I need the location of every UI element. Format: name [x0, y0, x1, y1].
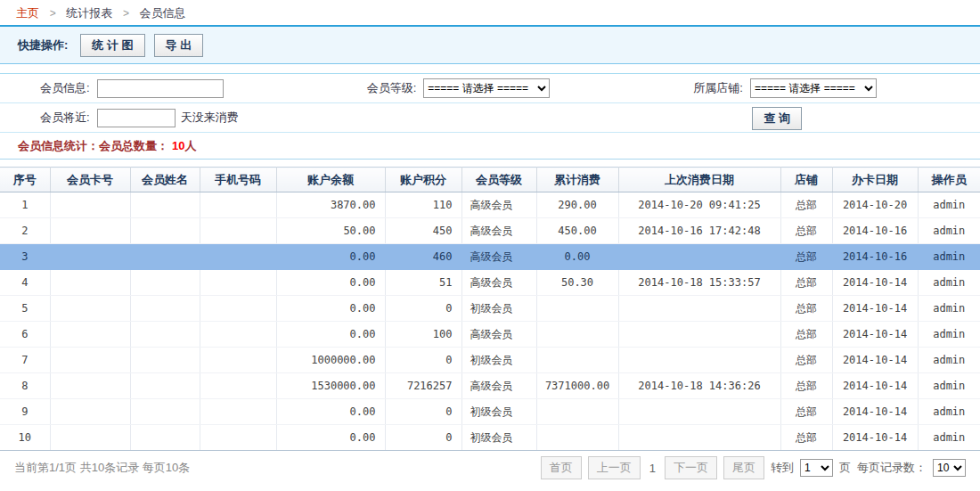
- table-row[interactable]: 81530000.007216257高级会员7371000.002014-10-…: [0, 373, 980, 399]
- table-cell: 2014-10-14: [832, 270, 918, 296]
- table-cell: 总部: [780, 348, 832, 373]
- table-cell: 0.00: [276, 244, 385, 270]
- table-cell: [618, 425, 780, 451]
- goto-page-select[interactable]: 1: [800, 459, 833, 477]
- stats-count: 10: [172, 139, 184, 152]
- table-cell: 高级会员: [461, 244, 536, 270]
- col-header-card-number: 会员卡号: [50, 168, 130, 192]
- table-cell: [50, 348, 130, 373]
- table-row[interactable]: 60.00100高级会员总部2014-10-14admin: [0, 322, 980, 348]
- table-cell: 1: [0, 192, 50, 218]
- days-suffix-label: 天没来消费: [181, 110, 239, 126]
- table-cell: [200, 399, 276, 425]
- table-row[interactable]: 71000000.000初级会员总部2014-10-14admin: [0, 348, 980, 373]
- quick-actions-label: 快捷操作:: [18, 37, 68, 53]
- stats-label: 会员信息统计：会员总数量：: [18, 139, 168, 152]
- chart-button[interactable]: 统 计 图: [80, 34, 144, 57]
- table-cell: [50, 270, 130, 296]
- table-cell: admin: [918, 348, 980, 373]
- quick-actions-bar: 快捷操作: 统 计 图 导 出: [0, 27, 980, 64]
- table-cell: 总部: [780, 192, 832, 218]
- member-stats-bar: 会员信息统计：会员总数量：10人: [0, 133, 980, 160]
- table-cell: 7371000.00: [536, 373, 618, 399]
- table-row[interactable]: 100.000初级会员总部2014-10-14admin: [0, 425, 980, 451]
- store-select[interactable]: ===== 请选择 =====: [750, 78, 877, 98]
- col-header-member-name: 会员姓名: [130, 168, 200, 192]
- per-page-select[interactable]: 10: [933, 459, 966, 477]
- table-cell: 初级会员: [461, 348, 536, 373]
- breadcrumb-section-link[interactable]: 统计报表: [66, 6, 112, 20]
- table-cell: [130, 425, 200, 451]
- table-cell: [618, 244, 780, 270]
- table-row[interactable]: 50.000初级会员总部2014-10-14admin: [0, 296, 980, 322]
- table-cell: 总部: [780, 425, 832, 451]
- first-page-button[interactable]: 首页: [541, 456, 582, 479]
- table-cell: 初级会员: [461, 296, 536, 322]
- table-cell: [130, 348, 200, 373]
- table-cell: 2014-10-18 14:36:26: [618, 373, 780, 399]
- goto-page-label: 转到: [771, 460, 794, 476]
- breadcrumb-home-link[interactable]: 主页: [16, 6, 39, 20]
- table-cell: 0: [385, 399, 461, 425]
- table-row[interactable]: 90.000初级会员总部2014-10-14admin: [0, 399, 980, 425]
- table-cell: 100: [385, 322, 461, 348]
- table-row[interactable]: 13870.00110高级会员290.002014-10-20 09:41:25…: [0, 192, 980, 218]
- table-cell: 总部: [780, 373, 832, 399]
- table-cell: 7: [0, 348, 50, 373]
- table-cell: [50, 425, 130, 451]
- prev-page-button[interactable]: 上一页: [588, 456, 641, 479]
- table-cell: [50, 218, 130, 244]
- col-header-phone: 手机号码: [200, 168, 276, 192]
- last-page-button[interactable]: 尾页: [723, 456, 764, 479]
- table-cell: [200, 348, 276, 373]
- col-header-index: 序号: [0, 168, 50, 192]
- table-cell: 高级会员: [461, 373, 536, 399]
- table-cell: 总部: [780, 322, 832, 348]
- table-cell: admin: [918, 425, 980, 451]
- table-cell: 0.00: [276, 322, 385, 348]
- table-row[interactable]: 250.00450高级会员450.002014-10-16 17:42:48总部…: [0, 218, 980, 244]
- table-cell: [200, 192, 276, 218]
- table-cell: admin: [918, 296, 980, 322]
- member-info-input[interactable]: [97, 79, 224, 98]
- table-cell: 2014-10-16 17:42:48: [618, 218, 780, 244]
- table-cell: 初级会员: [461, 425, 536, 451]
- stats-unit: 人: [184, 139, 196, 152]
- table-cell: 450: [385, 218, 461, 244]
- table-cell: [130, 218, 200, 244]
- store-label: 所属店铺:: [693, 80, 743, 96]
- col-header-operator: 操作员: [918, 168, 980, 192]
- table-row[interactable]: 40.0051高级会员50.302014-10-18 15:33:57总部201…: [0, 270, 980, 296]
- table-cell: [130, 373, 200, 399]
- table-cell: 总部: [780, 244, 832, 270]
- table-cell: [536, 425, 618, 451]
- member-level-select[interactable]: ===== 请选择 =====: [423, 78, 550, 98]
- table-cell: [130, 296, 200, 322]
- table-cell: admin: [918, 218, 980, 244]
- table-cell: admin: [918, 373, 980, 399]
- export-button[interactable]: 导 出: [154, 34, 204, 57]
- table-cell: 2014-10-14: [832, 399, 918, 425]
- table-cell: [130, 322, 200, 348]
- table-row[interactable]: 30.00460高级会员0.00总部2014-10-16admin: [0, 244, 980, 270]
- table-cell: [50, 244, 130, 270]
- table-cell: 0.00: [536, 244, 618, 270]
- query-button[interactable]: 查 询: [752, 107, 802, 130]
- table-cell: 290.00: [536, 192, 618, 218]
- table-cell: 50.00: [276, 218, 385, 244]
- table-cell: 9: [0, 399, 50, 425]
- table-cell: 高级会员: [461, 270, 536, 296]
- next-page-button[interactable]: 下一页: [665, 456, 717, 479]
- col-header-card-date: 办卡日期: [832, 168, 918, 192]
- col-header-balance: 账户余额: [276, 168, 385, 192]
- table-cell: 2014-10-14: [832, 425, 918, 451]
- table-cell: 3870.00: [276, 192, 385, 218]
- table-cell: [130, 399, 200, 425]
- table-cell: 4: [0, 270, 50, 296]
- table-cell: 0.00: [276, 425, 385, 451]
- table-cell: [200, 244, 276, 270]
- table-cell: 1530000.00: [276, 373, 385, 399]
- days-input[interactable]: [97, 109, 176, 127]
- col-header-total-spend: 累计消费: [536, 168, 618, 192]
- table-cell: 2014-10-14: [832, 373, 918, 399]
